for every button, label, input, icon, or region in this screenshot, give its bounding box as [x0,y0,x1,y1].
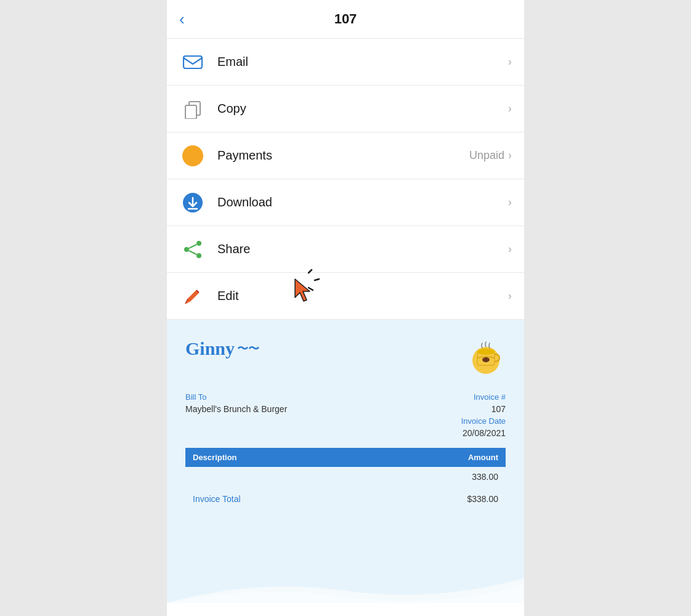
total-label: Invoice Total [193,494,241,504]
phone-container: ‹ 107 Email › Copy › [167,0,524,616]
invoice-date-label: Invoice Date [461,416,506,426]
brand-swirl: 〜〜 [237,341,259,356]
total-value: $338.00 [467,494,498,504]
brand-section: Ginny 〜〜 [185,338,259,359]
invoice-left: Bill To Maybell's Brunch & Burger [185,392,287,438]
download-chevron: › [508,196,512,209]
invoice-number-label: Invoice # [461,392,506,402]
header-title: 107 [334,11,357,27]
edit-right: › [508,290,512,302]
email-label: Email [217,55,508,69]
payments-status: Unpaid [469,149,504,162]
invoice-right: Invoice # 107 Invoice Date 20/08/2021 [461,392,506,438]
email-icon [179,49,206,76]
email-right: › [508,55,512,68]
col-amount: Amount [367,448,506,467]
download-right: › [508,196,512,209]
share-right: › [508,243,512,256]
brand-name: Ginny [185,338,235,359]
copy-chevron: › [508,102,512,115]
payments-menu-item[interactable]: Payments Unpaid › [167,132,524,179]
email-chevron: › [508,55,512,68]
invoice-preview: Ginny 〜〜 [167,320,524,566]
invoice-total-row: Invoice Total $338.00 [185,492,506,506]
email-menu-item[interactable]: Email › [167,39,524,86]
header: ‹ 107 [167,0,524,39]
payments-chevron: › [508,149,512,162]
bill-to-value: Maybell's Brunch & Burger [185,404,287,414]
svg-rect-2 [185,105,196,119]
download-icon [179,189,206,216]
invoice-number-value: 107 [461,404,506,414]
table-row: 338.00 [185,467,506,487]
payments-dot [182,145,203,166]
copy-label: Copy [217,102,508,116]
download-menu-item[interactable]: Download › [167,179,524,226]
share-label: Share [217,242,508,256]
svg-rect-0 [184,56,202,68]
edit-menu-item[interactable]: Edit › [167,273,524,320]
wave-decoration [167,566,524,603]
payments-right: Unpaid › [469,149,512,162]
row-amount: 338.00 [367,467,506,487]
edit-icon [179,283,206,310]
coffee-icon [466,338,506,380]
col-description: Description [185,448,367,467]
edit-label: Edit [217,289,508,303]
copy-menu-item[interactable]: Copy › [167,86,524,132]
download-label: Download [217,195,508,209]
svg-point-14 [477,349,495,355]
edit-chevron: › [508,290,512,302]
invoice-date-value: 20/08/2021 [461,428,506,438]
payments-icon [179,142,206,169]
row-description [185,467,367,487]
svg-point-4 [196,241,201,246]
copy-right: › [508,102,512,115]
payments-label: Payments [217,148,469,163]
svg-line-8 [189,251,196,254]
svg-line-10 [315,279,319,280]
copy-icon [179,95,206,123]
invoice-header-row: Ginny 〜〜 [185,338,506,380]
share-icon [179,236,206,263]
invoice-table: Description Amount 338.00 [185,448,506,487]
invoice-fields: Bill To Maybell's Brunch & Burger Invoic… [185,392,506,438]
bill-to-label: Bill To [185,392,287,402]
share-chevron: › [508,243,512,256]
svg-point-6 [196,253,201,258]
svg-line-7 [189,245,196,248]
share-menu-item[interactable]: Share › [167,226,524,273]
back-button[interactable]: ‹ [179,10,185,29]
svg-point-5 [184,247,189,252]
